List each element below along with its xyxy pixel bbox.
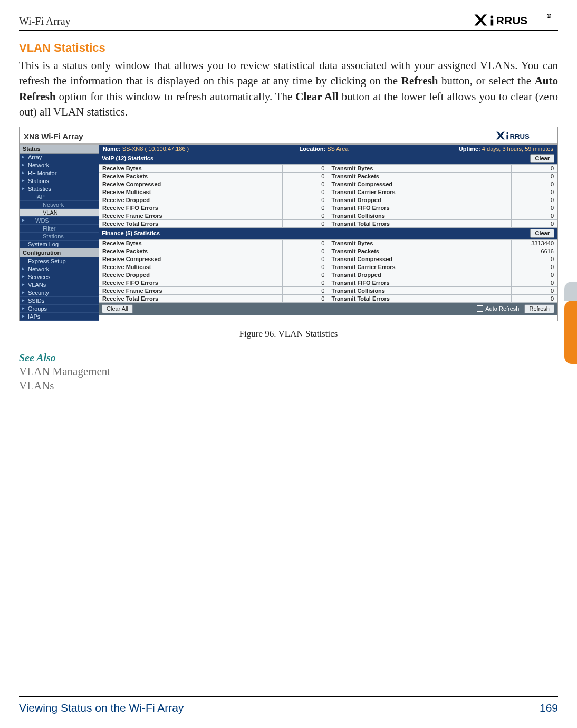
stat-label: Receive Total Errors [99, 219, 283, 227]
stat-value: 3313440 [512, 239, 557, 247]
stat-label: Receive FIFO Errors [99, 279, 283, 286]
body-text: button, or select the [438, 74, 534, 87]
sidebar-item[interactable]: VLAN [20, 209, 99, 217]
stat-value: 0 [282, 247, 328, 255]
stat-label: Receive Packets [99, 172, 283, 180]
stat-value: 0 [512, 172, 557, 180]
footer-title: Viewing Status on the Wi-Fi Array [19, 702, 184, 714]
svg-text:RRUS: RRUS [510, 132, 530, 140]
section-heading: VLAN Statistics [19, 41, 558, 55]
status-location-label: Location: [300, 146, 326, 152]
stat-label: Receive Dropped [99, 196, 283, 204]
svg-rect-6 [506, 135, 508, 139]
stat-label: Transmit Collisions [328, 212, 512, 219]
status-uptime-value: 4 days, 3 hours, 59 minutes [482, 146, 553, 152]
stat-label: Receive Bytes [99, 239, 283, 247]
stat-value: 0 [282, 204, 328, 212]
sidebar-item[interactable]: Array [20, 154, 99, 161]
refresh-button[interactable]: Refresh [524, 304, 554, 313]
svg-point-0 [491, 16, 494, 19]
stat-value: 0 [282, 294, 328, 302]
stat-label: Transmit Bytes [328, 164, 512, 172]
table-row: Receive Frame Errors0Transmit Collisions… [99, 286, 557, 294]
stat-label: Receive Compressed [99, 180, 283, 188]
svg-text:R: R [548, 14, 550, 17]
stat-label: Transmit Dropped [328, 196, 512, 204]
stat-label: Transmit Bytes [328, 239, 512, 247]
stat-label: Transmit FIFO Errors [328, 204, 512, 212]
sidebar-item[interactable]: Services [20, 273, 99, 281]
page-header: Wi-Fi Array RRUS R [19, 13, 558, 31]
stat-value: 0 [512, 164, 557, 172]
stat-value: 0 [512, 196, 557, 204]
stat-value: 0 [512, 188, 557, 196]
table-row: Receive Bytes0Transmit Bytes3313440 [99, 239, 557, 247]
stat-label: Transmit Total Errors [328, 219, 512, 227]
table-row: Receive FIFO Errors0Transmit FIFO Errors… [99, 204, 557, 212]
stat-label: Receive Multicast [99, 188, 283, 196]
stat-value: 0 [282, 286, 328, 294]
auto-refresh-label: Auto Refresh [485, 305, 519, 312]
clear-button[interactable]: Clear [530, 229, 554, 238]
see-also-link[interactable]: VLANs [19, 379, 558, 392]
sidebar-item[interactable]: Stations [20, 177, 99, 185]
body-text: option for this window to refresh automa… [56, 90, 296, 103]
stat-value: 0 [282, 255, 328, 263]
see-also-link[interactable]: VLAN Management [19, 365, 558, 378]
status-bar: Name: SS-XN8 ( 10.100.47.186 ) Location:… [99, 145, 557, 153]
clear-button[interactable]: Clear [530, 154, 554, 163]
sidebar-item[interactable]: Groups [20, 305, 99, 313]
brand-logo: RRUS R [468, 13, 558, 27]
stat-value: 0 [512, 212, 557, 219]
sidebar-item[interactable]: Network [20, 201, 99, 209]
screenshot-brand-logo: RRUS [495, 130, 553, 142]
table-row: Receive FIFO Errors0Transmit FIFO Errors… [99, 279, 557, 286]
sidebar-item[interactable]: IAP [20, 193, 99, 201]
stat-label: Transmit FIFO Errors [328, 279, 512, 286]
sidebar-item[interactable]: Network [20, 265, 99, 273]
stat-label: Transmit Dropped [328, 271, 512, 279]
sidebar-item[interactable]: WDS [20, 217, 99, 225]
stat-value: 0 [282, 239, 328, 247]
see-also-heading: See Also [19, 352, 558, 364]
table-row: Receive Compressed0Transmit Compressed0 [99, 255, 557, 263]
auto-refresh-checkbox[interactable]: Auto Refresh [477, 305, 519, 312]
stat-value: 0 [282, 188, 328, 196]
screenshot-header: XN8 Wi-Fi Array RRUS [20, 127, 557, 145]
screenshot-figure: XN8 Wi-Fi Array RRUS Status ArrayNetwork… [19, 127, 558, 321]
stat-value: 0 [512, 263, 557, 271]
stat-label: Receive Multicast [99, 263, 283, 271]
sidebar-item[interactable]: Filter [20, 225, 99, 233]
svg-rect-1 [491, 20, 494, 26]
stat-value: 0 [282, 279, 328, 286]
stat-label: Receive Packets [99, 247, 283, 255]
sidebar-item[interactable]: Network [20, 161, 99, 169]
stat-value: 0 [512, 286, 557, 294]
stat-value: 0 [512, 294, 557, 302]
page-number: 169 [540, 702, 558, 714]
sidebar-section-status: Status [20, 145, 99, 154]
stat-label: Transmit Carrier Errors [328, 263, 512, 271]
sidebar-item[interactable]: Express Setup [20, 257, 99, 265]
sidebar-item[interactable]: Statistics [20, 185, 99, 193]
stat-value: 0 [282, 263, 328, 271]
table-row: Receive Total Errors0Transmit Total Erro… [99, 294, 557, 302]
table-row: Receive Packets0Transmit Packets6616 [99, 247, 557, 255]
sidebar-item[interactable]: IAPs [20, 313, 99, 321]
sidebar-item[interactable]: Stations [20, 233, 99, 241]
table-row: Receive Compressed0Transmit Compressed0 [99, 180, 557, 188]
svg-text:RRUS: RRUS [496, 14, 528, 26]
sidebar-item[interactable]: SSIDs [20, 297, 99, 305]
sidebar-item[interactable]: RF Monitor [20, 169, 99, 177]
stat-label: Receive Compressed [99, 255, 283, 263]
sidebar-item[interactable]: VLANs [20, 281, 99, 289]
stat-value: 0 [512, 279, 557, 286]
sidebar-item[interactable]: System Log [20, 241, 99, 248]
stat-label: Transmit Total Errors [328, 294, 512, 302]
svg-point-5 [506, 132, 508, 134]
status-location-value: SS Area [327, 146, 348, 152]
clear-all-button[interactable]: Clear All [102, 304, 133, 313]
stat-label: Receive FIFO Errors [99, 204, 283, 212]
figure-caption: Figure 96. VLAN Statistics [19, 329, 558, 339]
sidebar-item[interactable]: Security [20, 289, 99, 297]
